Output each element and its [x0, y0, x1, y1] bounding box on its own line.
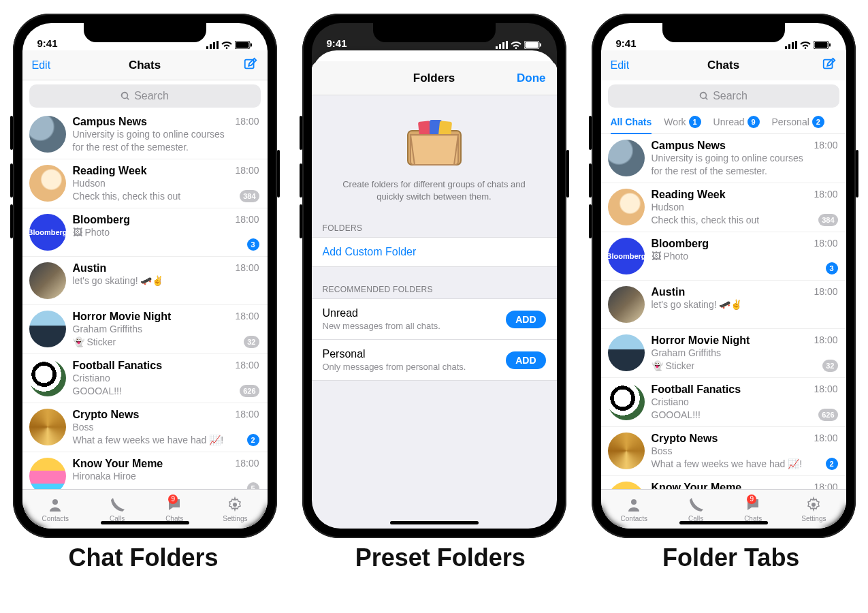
compose-button[interactable] — [804, 57, 837, 74]
chat-row[interactable]: Crypto NewsBossWhat a few weeks we have … — [601, 427, 846, 476]
chat-row[interactable]: Campus NewsUniversity is going to online… — [22, 110, 268, 159]
chat-row[interactable]: Horror Movie NightGraham Griffiths👻 Stic… — [601, 329, 846, 378]
tab-chats[interactable]: 9Chats — [165, 497, 183, 522]
tab-chats[interactable]: 9Chats — [744, 497, 762, 522]
chat-subtitle: University is going to online courses — [73, 129, 226, 141]
folder-tab[interactable]: Personal2 — [772, 116, 824, 133]
wifi-icon — [800, 41, 811, 49]
avatar — [29, 311, 66, 347]
chat-title: Football Fanatics — [652, 383, 741, 396]
chat-title: Campus News — [73, 116, 147, 128]
avatar: Bloomberg — [608, 238, 645, 274]
battery-icon — [814, 41, 831, 49]
chat-title: Crypto News — [652, 433, 718, 445]
unread-badge: 3 — [247, 238, 259, 251]
signal-icon — [785, 41, 797, 49]
avatar — [608, 140, 645, 176]
phone-chat-folders: 9:41 Edit Chats Search Campus NewsUniver… — [13, 14, 277, 538]
chat-row[interactable]: Football FanaticsCristianoGOOOAL!!!18:00… — [22, 354, 268, 403]
chat-row[interactable]: Campus NewsUniversity is going to online… — [601, 134, 846, 183]
chat-preview: What a few weeks we have had 📈! — [652, 458, 805, 471]
chat-title: Horror Movie Night — [652, 334, 750, 347]
add-button[interactable]: ADD — [506, 351, 545, 369]
svg-point-8 — [52, 499, 58, 505]
chat-row[interactable]: BloombergBloomberg🖼 Photo18:003 — [601, 232, 846, 281]
compose-button[interactable] — [225, 57, 258, 74]
chat-row[interactable]: Reading WeekHudsonCheck this, check this… — [22, 159, 268, 208]
recommended-folder: UnreadNew messages from all chats.ADD — [312, 298, 557, 340]
chat-title: Know Your Meme — [73, 458, 163, 470]
chat-row[interactable]: Reading WeekHudsonCheck this, check this… — [601, 183, 846, 232]
svg-rect-1 — [210, 44, 212, 49]
chat-row[interactable]: Austinlet's go skating! 🛹✌️18:00 — [22, 257, 268, 305]
folder-tab-badge: 2 — [812, 116, 824, 128]
chat-list[interactable]: Campus NewsUniversity is going to online… — [601, 134, 846, 489]
tab-calls[interactable]: Calls — [108, 497, 126, 522]
folder-tab-label: All Chats — [611, 116, 652, 127]
signal-icon — [206, 41, 219, 49]
folder-tab[interactable]: Work1 — [664, 116, 701, 133]
chat-time: 18:00 — [235, 409, 259, 420]
tab-label: Contacts — [621, 515, 647, 522]
svg-rect-6 — [251, 44, 252, 47]
tab-contacts[interactable]: Contacts — [42, 497, 69, 522]
chat-time: 18:00 — [814, 482, 837, 489]
chat-time: 18:00 — [235, 214, 259, 225]
folder-tab-label: Personal — [772, 116, 809, 127]
svg-rect-13 — [506, 41, 508, 49]
tab-contacts[interactable]: Contacts — [621, 497, 647, 522]
tab-settings[interactable]: Settings — [223, 497, 247, 522]
chat-row[interactable]: Austinlet's go skating! 🛹✌️18:00 — [601, 281, 846, 329]
edit-button[interactable]: Edit — [611, 59, 643, 72]
notch — [84, 23, 206, 42]
chat-time: 18:00 — [814, 433, 837, 443]
navbar: Edit Chats — [601, 50, 846, 80]
chat-subtitle: let's go skating! 🛹✌️ — [652, 299, 805, 311]
chat-preview: Check this, check this out — [73, 191, 226, 203]
rec-sub: Only messages from personal chats. — [323, 362, 466, 372]
chat-preview: 👻 Sticker — [652, 360, 805, 373]
tab-settings[interactable]: Settings — [801, 497, 826, 522]
chat-time: 18:00 — [814, 383, 837, 394]
avatar — [608, 433, 645, 469]
done-button[interactable]: Done — [517, 72, 546, 85]
svg-rect-15 — [525, 42, 538, 48]
status-icons — [206, 41, 253, 49]
chat-subtitle: Boss — [73, 422, 226, 434]
chat-preview: What a few weeks we have had 📈! — [73, 435, 226, 447]
folder-tab[interactable]: Unread9 — [713, 116, 760, 133]
svg-rect-16 — [540, 44, 541, 47]
unread-badge: 384 — [240, 190, 259, 202]
chat-time: 18:00 — [814, 286, 837, 297]
chat-row[interactable]: Football FanaticsCristianoGOOOAL!!!18:00… — [601, 378, 846, 427]
tab-calls[interactable]: Calls — [687, 497, 705, 522]
status-time: 9:41 — [37, 37, 58, 49]
chat-subtitle: Graham Griffiths — [73, 324, 226, 336]
svg-point-31 — [811, 503, 816, 507]
chat-list[interactable]: Campus NewsUniversity is going to online… — [22, 110, 268, 489]
chat-row[interactable]: Crypto NewsBossWhat a few weeks we have … — [22, 403, 268, 452]
chat-time: 18:00 — [235, 458, 259, 469]
folder-tab[interactable]: All Chats — [611, 116, 652, 134]
chat-time: 18:00 — [235, 116, 259, 127]
edit-button[interactable]: Edit — [32, 59, 65, 72]
add-custom-folder[interactable]: Add Custom Folder — [312, 237, 557, 267]
tab-label: Settings — [223, 515, 247, 522]
wifi-icon — [511, 41, 521, 49]
tab-badge: 9 — [747, 494, 756, 504]
search-input[interactable]: Search — [608, 84, 839, 108]
wifi-icon — [221, 41, 232, 49]
chat-preview: for the rest of the semester. — [73, 142, 226, 154]
chat-row[interactable]: Know Your MemeHironaka Hiroe18:005 — [601, 476, 846, 489]
svg-rect-28 — [829, 44, 831, 47]
phone-folder-tabs: 9:41 Edit Chats Search All ChatsWork1Unr… — [592, 14, 856, 538]
chat-row[interactable]: Horror Movie NightGraham Griffiths👻 Stic… — [22, 305, 268, 354]
add-button[interactable]: ADD — [506, 311, 545, 328]
svg-rect-24 — [792, 42, 794, 49]
folder-tabs: All ChatsWork1Unread9Personal2 — [601, 110, 846, 134]
avatar — [29, 409, 66, 445]
chat-row[interactable]: BloombergBloomberg🖼 Photo18:003 — [22, 208, 268, 257]
search-input[interactable]: Search — [29, 84, 261, 108]
chat-time: 18:00 — [814, 334, 837, 345]
chat-row[interactable]: Know Your MemeHironaka Hiroe18:005 — [22, 452, 268, 489]
